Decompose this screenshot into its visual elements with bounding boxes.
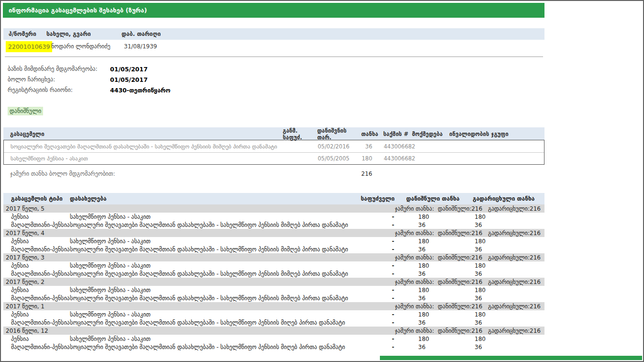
month-summary: ჯამური თანხა: დანიშნული:216 გადარიცხული:… (395, 328, 541, 334)
transferred-amount: 180 (466, 311, 538, 318)
basis-value: - (361, 246, 394, 253)
assigned-amount: 36 (394, 344, 466, 351)
month-block: 2017 წელი, 5 ჯამური თანხა: დანიშნული:216… (3, 204, 544, 229)
payment-name: სოციალური შეღავათები მაღალმთიან დასახლებ… (70, 344, 361, 351)
transferred-amount: 36 (466, 319, 538, 326)
person-row: 22001010639 ნოდარი ლონდარიძე 31/08/1939 (3, 40, 544, 53)
assigned-badge-row: დანიშნული (3, 106, 544, 114)
report-header-bar: ინფორმაცია გასაცემლების შესახებ (ზურა) (3, 3, 544, 18)
month-summary: ჯამური თანხა: დანიშნული:216 გადარიცხული:… (395, 205, 541, 212)
month-block: 2017 წელი, 1 ჯამური თანხა: დანიშნული:216… (3, 302, 544, 327)
payment-name: სოციალური შეღავათები მაღალმთიან დასახლებ… (70, 246, 361, 253)
assignment-date: 05/02/2016 (318, 143, 362, 150)
history-table-header: გასაცემლის ტიპი დასახელება საფუძველი დან… (3, 193, 544, 204)
transferred-amount: 36 (466, 295, 538, 302)
personal-number-highlight: 22001010639 (6, 41, 52, 52)
payment-name: სახელმწიფო პენსია - ასაკით (70, 287, 361, 294)
summary-assigned-total: დანიშნული:216 (438, 205, 482, 212)
summary-transferred-total: გადარიცხული:216 (488, 279, 541, 285)
summary-assigned-total: დანიშნული:216 (438, 254, 482, 261)
assigned-badge: დანიშნული (8, 107, 43, 115)
assigned-amount: 36 (394, 295, 466, 302)
month-summary: ჯამური თანხა: დანიშნული:216 გადარიცხული:… (395, 230, 541, 237)
summary-label: ჯამური თანხა: (395, 279, 434, 285)
report-content: პ/ნომერი სახელი, გვარი დაბ. თარიღი 22001… (3, 18, 544, 351)
payment-name: სახელმწიფო პენსია - ასაკით (70, 262, 361, 269)
assigned-section: გასაცემელი განმ. საფუძ. დანიშვნის თარ. თ… (3, 127, 544, 180)
month-block: 2017 წელი, 4 ჯამური თანხა: დანიშნული:216… (3, 229, 544, 253)
summary-assigned-total: დანიშნული:216 (438, 279, 482, 285)
basis-value: - (361, 295, 394, 302)
field-value: 4430-თეთრიწყარო (110, 87, 170, 94)
payment-type: პენსია (11, 238, 70, 245)
summary-transferred-total: გადარიცხული:216 (488, 328, 541, 334)
transferred-amount: 180 (466, 262, 538, 269)
history-row: მაღალმთიანი-პენსია სოციალური შეღავათები … (3, 270, 544, 278)
transferred-amount: 36 (466, 222, 538, 228)
bottom-green-bar (380, 356, 642, 360)
field-current-state: ბაზის მიმდინარე მდგომარეობა: 01/05/2017 (3, 64, 544, 74)
assigned-amount: 36 (394, 271, 466, 277)
summary-label: ჯამური თანხა: (395, 303, 434, 310)
col-assigned-amount: დანიშნული თანხა (394, 195, 466, 202)
assigned-amount: 180 (394, 214, 466, 220)
col-name: დასახელება (70, 195, 361, 202)
month-label: 2017 წელი, 4 (6, 230, 44, 237)
assigned-amount: 180 (394, 336, 466, 342)
transferred-amount: 180 (466, 214, 538, 220)
case-number: 443006682 (384, 155, 412, 162)
field-last-transfer: ბოლო ჩარიცხვა: 01/05/2017 (3, 74, 544, 85)
payment-type: მაღალმთიანი-პენსია (11, 246, 70, 253)
assigned-table-header: გასაცემელი განმ. საფუძ. დანიშვნის თარ. თ… (3, 127, 544, 140)
col-case-number: საქმის # (383, 131, 412, 137)
transferred-amount: 180 (466, 238, 538, 245)
month-header-row: 2017 წელი, 4 ჯამური თანხა: დანიშნული:216… (3, 229, 544, 237)
assigned-amount: 180 (394, 262, 466, 269)
payment-type: პენსია (11, 214, 70, 220)
transferred-amount: 180 (466, 336, 538, 342)
amount: 180 (362, 155, 384, 162)
amount: 36 (362, 143, 384, 150)
transferred-amount: 36 (466, 271, 538, 277)
assigned-total-row: ჯამური თანხა ბოლო მდგომარეობით: 216 (3, 168, 544, 180)
total-label: ჯამური თანხა ბოლო მდგომარეობით: (10, 170, 361, 177)
field-registration-district: რეგისტრაციის რაიონი: 4430-თეთრიწყარო (3, 85, 544, 95)
payment-name: სახელმწიფო პენსია - ასაკით (70, 238, 361, 245)
month-label: 2016 წელი, 12 (6, 328, 48, 334)
history-table-body: 2017 წელი, 5 ჯამური თანხა: დანიშნული:216… (3, 204, 544, 351)
payment-name: სახელმწიფო პენსია - ასაკით (70, 214, 361, 220)
payments-report-window: ინფორმაცია გასაცემლების შესახებ (ზურა) პ… (0, 0, 644, 362)
payment-name: სახელმწიფო პენსია - ასაკით (70, 311, 361, 318)
payment-name: სოციალური შეღავათები მაღალმთიან დასახლებ… (70, 295, 361, 302)
assigned-amount: 180 (394, 238, 466, 245)
page-title: ინფორმაცია გასაცემლების შესახებ (ზურა) (9, 7, 147, 14)
assignment-date: 05/05/2005 (318, 155, 362, 162)
month-label: 2017 წელი, 2 (6, 279, 44, 285)
person-table-header: პ/ნომერი სახელი, გვარი დაბ. თარიღი (3, 28, 544, 40)
assigned-amount: 36 (394, 246, 466, 253)
summary-transferred-total: გადარიცხული:216 (488, 303, 541, 310)
month-summary: ჯამური თანხა: დანიშნული:216 გადარიცხული:… (395, 279, 541, 285)
payment-name: სახელმწიფო პენსია - ასაკით (11, 155, 283, 162)
history-row: პენსია სახელმწიფო პენსია - ასაკით - 180 … (3, 261, 544, 270)
month-label: 2017 წელი, 3 (6, 254, 44, 261)
payment-type: მაღალმთიანი-პენსია (11, 222, 70, 228)
field-value: 01/05/2017 (110, 76, 148, 83)
personal-number-cell: 22001010639 (6, 41, 51, 52)
col-amount: თანხა (361, 131, 383, 137)
field-label: ბაზის მიმდინარე მდგომარეობა: (3, 66, 110, 72)
field-value: 01/05/2017 (110, 66, 148, 73)
col-assignment-date: დანიშვნის თარ. (317, 127, 361, 141)
basis-value: - (361, 214, 394, 220)
month-header-row: 2017 წელი, 1 ჯამური თანხა: დანიშნული:216… (3, 302, 544, 310)
month-header-row: 2017 წელი, 2 ჯამური თანხა: დანიშნული:216… (3, 278, 544, 286)
col-basis-abbrev: განმ. საფუძ. (283, 127, 317, 141)
case-number: 443006682 (384, 143, 412, 150)
month-header-row: 2017 წელი, 5 ჯამური თანხა: დანიშნული:216… (3, 204, 544, 213)
history-row: პენსია სახელმწიფო პენსია - ასაკით - 180 … (3, 213, 544, 221)
status-fields: ბაზის მიმდინარე მდგომარეობა: 01/05/2017 … (3, 64, 544, 95)
payment-name: სოციალური შეღავათები მაღალმთიან დასახლებ… (70, 271, 361, 277)
assigned-table-row: სოციალური შეღავათები მაღალმთიან დასახლებ… (4, 140, 544, 152)
summary-label: ჯამური თანხა: (395, 230, 434, 237)
transferred-amount: 180 (466, 287, 538, 294)
